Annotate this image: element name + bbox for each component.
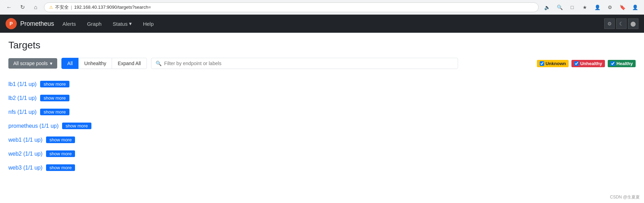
security-warning-icon: ⚠: [49, 5, 53, 10]
target-name-web3[interactable]: web3 (1/1 up): [8, 165, 43, 171]
checkbox-healthy[interactable]: [611, 61, 615, 66]
filter-badges: Unknown Unhealthy Healthy: [537, 60, 636, 67]
show-more-lb2[interactable]: show more: [40, 95, 69, 101]
contrast-button[interactable]: ⬤: [628, 18, 638, 29]
target-list: lb1 (1/1 up)show morelb2 (1/1 up)show mo…: [8, 77, 636, 175]
toolbar: All scrape pools ▾ All Unhealthy Expand …: [8, 58, 636, 69]
search-box: 🔍: [151, 58, 458, 69]
target-name-lb1[interactable]: lb1 (1/1 up): [8, 81, 37, 87]
navbar: P Prometheus Alerts Graph Status ▾ Help …: [0, 15, 644, 33]
navbar-brand: P Prometheus: [6, 18, 54, 29]
target-name-prometheus[interactable]: prometheus (1/1 up): [8, 123, 59, 129]
nav-help[interactable]: Help: [140, 19, 157, 28]
filter-unhealthy-button[interactable]: Unhealthy: [78, 58, 112, 69]
expand-all-button[interactable]: Expand All: [112, 58, 147, 69]
target-name-lb2[interactable]: lb2 (1/1 up): [8, 95, 37, 101]
dark-mode-button[interactable]: ☾: [616, 18, 627, 29]
target-item-prometheus: prometheus (1/1 up)show more: [8, 119, 636, 133]
security-label: 不安全: [55, 4, 69, 10]
profile-button[interactable]: 👤: [630, 2, 640, 12]
settings-button[interactable]: ⚙: [604, 18, 615, 29]
home-button[interactable]: ⌂: [31, 2, 40, 12]
address-bar[interactable]: ⚠ 不安全 | 192.168.40.137:9090/targets?sear…: [44, 2, 539, 12]
checkbox-unhealthy[interactable]: [574, 61, 579, 66]
filter-btn-group: All Unhealthy Expand All: [61, 58, 147, 69]
scrape-pool-button[interactable]: All scrape pools ▾: [8, 58, 57, 69]
target-name-web2[interactable]: web2 (1/1 up): [8, 151, 43, 157]
navbar-title: Prometheus: [20, 20, 54, 28]
main-content: Targets All scrape pools ▾ All Unhealthy…: [0, 33, 644, 182]
nav-alerts[interactable]: Alerts: [60, 19, 78, 28]
account-button[interactable]: 👤: [592, 2, 602, 12]
badge-unhealthy[interactable]: Unhealthy: [571, 60, 605, 67]
navbar-right: ⚙ ☾ ⬤: [604, 18, 638, 29]
filter-all-button[interactable]: All: [61, 58, 79, 69]
show-more-prometheus[interactable]: show more: [62, 123, 91, 129]
collections-button[interactable]: 🔖: [617, 2, 627, 12]
target-item-web1: web1 (1/1 up)show more: [8, 133, 636, 147]
nav-status[interactable]: Status ▾: [110, 19, 135, 28]
show-more-web1[interactable]: show more: [46, 136, 75, 143]
read-aloud-button[interactable]: 🔈: [542, 2, 552, 12]
show-more-web3[interactable]: show more: [46, 164, 75, 171]
page-title: Targets: [8, 40, 636, 51]
target-item-web3: web3 (1/1 up)show more: [8, 161, 636, 175]
target-item-nfs: nfs (1/1 up)show more: [8, 105, 636, 119]
favorites-button[interactable]: ★: [580, 2, 590, 12]
show-more-nfs[interactable]: show more: [40, 109, 69, 115]
url-text: 192.168.40.137:9090/targets?search=: [74, 5, 151, 10]
show-more-web2[interactable]: show more: [46, 150, 75, 157]
badge-healthy[interactable]: Healthy: [608, 60, 636, 67]
target-name-nfs[interactable]: nfs (1/1 up): [8, 109, 37, 115]
reload-button[interactable]: ↻: [17, 2, 27, 12]
target-name-web1[interactable]: web1 (1/1 up): [8, 137, 43, 143]
prometheus-logo: P: [6, 18, 17, 29]
search-input[interactable]: [164, 61, 454, 66]
browser-bar: ← ↻ ⌂ ⚠ 不安全 | 192.168.40.137:9090/target…: [0, 0, 644, 15]
back-button[interactable]: ←: [4, 2, 14, 12]
target-item-web2: web2 (1/1 up)show more: [8, 147, 636, 161]
target-item-lb1: lb1 (1/1 up)show more: [8, 77, 636, 91]
zoom-button[interactable]: 🔍: [555, 2, 564, 12]
browser-actions: 🔈 🔍 □ ★ 👤 ⚙ 🔖 👤: [542, 2, 640, 12]
separator: |: [71, 5, 72, 10]
target-item-lb2: lb2 (1/1 up)show more: [8, 91, 636, 105]
split-view-button[interactable]: □: [567, 2, 577, 12]
checkbox-unknown[interactable]: [540, 61, 544, 66]
show-more-lb1[interactable]: show more: [40, 81, 69, 87]
nav-graph[interactable]: Graph: [84, 19, 104, 28]
search-icon: 🔍: [156, 61, 162, 66]
badge-unknown[interactable]: Unknown: [537, 60, 569, 67]
extension-button[interactable]: ⚙: [605, 2, 615, 12]
